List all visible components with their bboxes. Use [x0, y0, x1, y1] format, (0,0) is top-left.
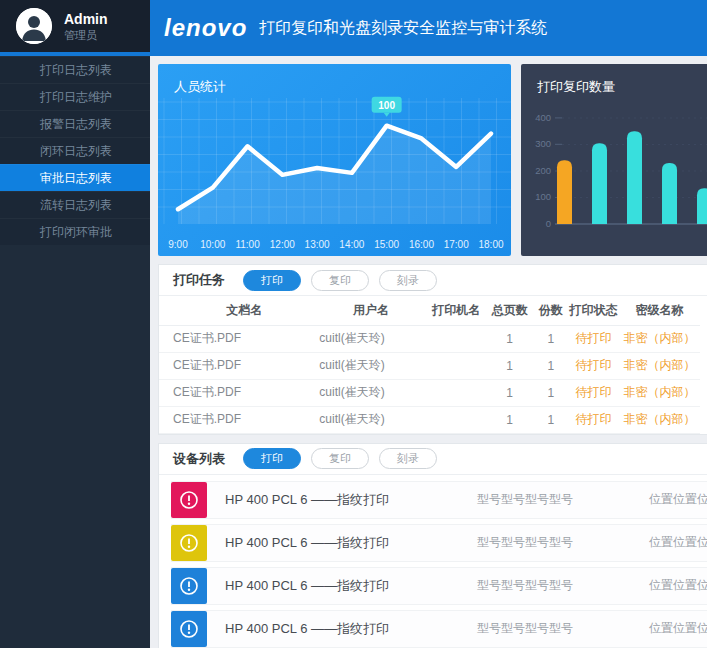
task-cell: 待打印 [568, 325, 619, 352]
sidebar-item-打印闭环审批[interactable]: 打印闭环审批 [0, 218, 150, 245]
device-status-alert-icon [171, 525, 207, 561]
device-location: 位置位置位置位置 [649, 577, 707, 594]
device-model: 型号型号型号型号 [477, 491, 649, 508]
print-tasks-tab-刻录[interactable]: 刻录 [379, 270, 437, 291]
print-tasks-panel: 打印任务 打印复印刻录 文档名用户名打印机名总页数份数打印状态密级名称 CE证书… [158, 264, 707, 435]
staff-stats-card: 人员统计 9:0010:0011:0012:0013:0014:0015:001… [158, 64, 511, 256]
task-row[interactable]: CE证书.PDFcuitl(崔天玲)11待打印非密（内部） [159, 352, 700, 379]
task-cell: 1 [486, 406, 534, 433]
devices-header: 设备列表 打印复印刻录 [159, 444, 707, 475]
column-header-份数: 份数 [534, 296, 569, 325]
device-model: 型号型号型号型号 [477, 534, 649, 551]
sidebar-item-闭环日志列表[interactable]: 闭环日志列表 [0, 137, 150, 164]
svg-text:200: 200 [535, 165, 551, 176]
devices-tab-刻录[interactable]: 刻录 [379, 448, 437, 469]
devices-panel: 设备列表 打印复印刻录 HP 400 PCL 6 ——指纹打印型号型号型号型号位… [158, 443, 707, 648]
task-cell: 待打印 [568, 406, 619, 433]
task-row[interactable]: CE证书.PDFcuitl(崔天玲)11待打印非密（内部） [159, 406, 700, 433]
device-row[interactable]: HP 400 PCL 6 ——指纹打印型号型号型号型号位置位置位置位置 [171, 524, 707, 562]
task-cell: CE证书.PDF [159, 379, 315, 406]
print-tasks-tab-打印[interactable]: 打印 [243, 270, 301, 291]
device-status-alert-icon [171, 611, 207, 647]
svg-text:12:00: 12:00 [270, 239, 295, 250]
task-cell: 待打印 [568, 352, 619, 379]
task-cell: 1 [486, 379, 534, 406]
devices-title: 设备列表 [173, 450, 225, 468]
task-cell: 非密（内部） [619, 352, 700, 379]
device-status-alert-icon [171, 482, 207, 518]
person-icon [16, 8, 52, 44]
task-cell [427, 379, 486, 406]
devices-tab-复印[interactable]: 复印 [311, 448, 369, 469]
sidebar-item-label: 闭环日志列表 [40, 143, 112, 160]
task-row[interactable]: CE证书.PDFcuitl(崔天玲)11待打印非密（内部） [159, 379, 700, 406]
column-header-密级名称: 密级名称 [619, 296, 700, 325]
sidebar-item-label: 打印闭环审批 [40, 224, 112, 241]
sidebar-item-label: 打印日志列表 [40, 62, 112, 79]
device-name: HP 400 PCL 6 ——指纹打印 [225, 491, 477, 509]
task-row[interactable]: CE证书.PDFcuitl(崔天玲)11待打印非密（内部） [159, 325, 700, 352]
print-tasks-header: 打印任务 打印复印刻录 [159, 265, 707, 296]
device-model: 型号型号型号型号 [477, 620, 649, 637]
devices-tab-打印[interactable]: 打印 [243, 448, 301, 469]
user-panel[interactable]: Admin 管理员 [0, 0, 150, 52]
task-cell: cuitl(崔天玲) [315, 352, 427, 379]
device-row[interactable]: HP 400 PCL 6 ——指纹打印型号型号型号型号位置位置位置位置 [171, 610, 707, 648]
svg-text:17:00: 17:00 [444, 239, 469, 250]
device-location: 位置位置位置位置 [649, 491, 707, 508]
svg-text:0: 0 [546, 218, 551, 229]
svg-text:300: 300 [535, 138, 551, 149]
svg-text:13:00: 13:00 [305, 239, 330, 250]
sidebar-item-label: 报警日志列表 [40, 116, 112, 133]
device-list: HP 400 PCL 6 ——指纹打印型号型号型号型号位置位置位置位置HP 40… [159, 475, 707, 648]
sidebar-item-打印日志维护[interactable]: 打印日志维护 [0, 83, 150, 110]
print-tasks-tab-复印[interactable]: 复印 [311, 270, 369, 291]
sidebar-item-报警日志列表[interactable]: 报警日志列表 [0, 110, 150, 137]
task-cell: cuitl(崔天玲) [315, 379, 427, 406]
device-row[interactable]: HP 400 PCL 6 ——指纹打印型号型号型号型号位置位置位置位置 [171, 567, 707, 605]
task-cell [427, 325, 486, 352]
print-tasks-tabs: 打印复印刻录 [243, 270, 437, 291]
sidebar-item-打印日志列表[interactable]: 打印日志列表 [0, 56, 150, 83]
task-cell: cuitl(崔天玲) [315, 325, 427, 352]
app-window: Admin 管理员 lenovo 打印复印和光盘刻录安全监控与审计系统 用户安全… [0, 0, 707, 648]
svg-text:100: 100 [535, 191, 551, 202]
sidebar-item-流转日志列表[interactable]: 流转日志列表 [0, 191, 150, 218]
sidebar: 用户安全管理设备安全管理任务参数设置提交任务管理打印日志管理打印日志列表打印日志… [0, 56, 150, 648]
device-name: HP 400 PCL 6 ——指纹打印 [225, 534, 477, 552]
task-cell: 非密（内部） [619, 379, 700, 406]
devices-tabs: 打印复印刻录 [243, 448, 437, 469]
print-tasks-title: 打印任务 [173, 271, 225, 289]
sidebar-item-label: 打印日志维护 [40, 89, 112, 106]
task-cell [427, 406, 486, 433]
task-cell: cuitl(崔天玲) [315, 406, 427, 433]
device-name: HP 400 PCL 6 ——指纹打印 [225, 620, 477, 638]
task-cell: 非密（内部） [619, 325, 700, 352]
user-role: 管理员 [64, 28, 108, 42]
print-copy-count-card: 打印复印数量 0100200300400 [521, 64, 707, 256]
svg-text:10:00: 10:00 [200, 239, 225, 250]
lenovo-logo: lenovo [164, 14, 247, 42]
line-chart-title: 人员统计 [158, 64, 511, 96]
task-cell: 非密（内部） [619, 406, 700, 433]
task-cell: 1 [534, 352, 569, 379]
task-cell [427, 352, 486, 379]
sidebar-item-审批日志列表[interactable]: 审批日志列表 [0, 164, 150, 191]
column-header-用户名: 用户名 [315, 296, 427, 325]
staff-line-chart: 9:0010:0011:0012:0013:0014:0015:0016:001… [158, 96, 511, 256]
sidebar-menu: 用户安全管理设备安全管理任务参数设置提交任务管理打印日志管理打印日志列表打印日志… [0, 56, 150, 245]
column-header-打印状态: 打印状态 [568, 296, 619, 325]
svg-text:18:00: 18:00 [478, 239, 503, 250]
task-cell: 1 [534, 406, 569, 433]
svg-text:16:00: 16:00 [409, 239, 434, 250]
task-cell: 1 [534, 325, 569, 352]
column-header-打印机名: 打印机名 [427, 296, 486, 325]
task-cell: 待打印 [568, 379, 619, 406]
device-name: HP 400 PCL 6 ——指纹打印 [225, 577, 477, 595]
header: Admin 管理员 lenovo 打印复印和光盘刻录安全监控与审计系统 [0, 0, 707, 56]
column-header-文档名: 文档名 [159, 296, 315, 325]
device-row[interactable]: HP 400 PCL 6 ——指纹打印型号型号型号型号位置位置位置位置 [171, 481, 707, 519]
sidebar-item-label: 审批日志列表 [40, 170, 112, 187]
device-location: 位置位置位置位置 [649, 534, 707, 551]
app-title: 打印复印和光盘刻录安全监控与审计系统 [259, 18, 547, 39]
